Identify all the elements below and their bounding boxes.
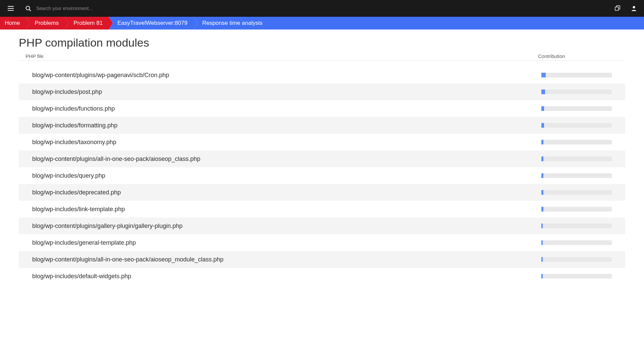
table-row[interactable]: blog/wp-includes/post.php bbox=[19, 83, 625, 100]
page-title: PHP compilation modules bbox=[19, 36, 625, 49]
top-toolbar bbox=[0, 0, 644, 17]
table-row[interactable]: blog/wp-content/plugins/all-in-one-seo-p… bbox=[19, 150, 625, 167]
contribution-bar-fill bbox=[541, 190, 543, 195]
table-row[interactable]: blog/wp-includes/taxonomy.php bbox=[19, 134, 625, 150]
contribution-cell bbox=[541, 190, 612, 195]
contribution-bar bbox=[541, 190, 612, 195]
table-row[interactable]: blog/wp-includes/link-template.php bbox=[19, 201, 625, 218]
svg-rect-1 bbox=[8, 8, 14, 9]
breadcrumb: HomeProblemsProblem 81EasyTravelWebserve… bbox=[0, 17, 644, 29]
file-path-cell: blog/wp-includes/query.php bbox=[32, 172, 541, 179]
svg-rect-0 bbox=[8, 6, 14, 7]
breadcrumb-item[interactable]: Problems bbox=[26, 17, 65, 29]
contribution-bar-fill bbox=[541, 224, 543, 228]
breadcrumb-label: Home bbox=[5, 20, 20, 26]
contribution-cell bbox=[541, 123, 612, 128]
contribution-cell bbox=[541, 173, 612, 178]
contribution-cell bbox=[541, 157, 612, 161]
table-row[interactable]: blog/wp-includes/query.php bbox=[19, 167, 625, 184]
breadcrumb-label: Problem 81 bbox=[73, 20, 103, 26]
table-row[interactable]: blog/wp-content/plugins/gallery-plugin/g… bbox=[19, 218, 625, 234]
contribution-cell bbox=[541, 140, 612, 144]
contribution-bar bbox=[541, 207, 612, 212]
file-path-cell: blog/wp-content/plugins/gallery-plugin/g… bbox=[32, 223, 541, 230]
file-path-cell: blog/wp-includes/formatting.php bbox=[32, 122, 541, 129]
contribution-bar bbox=[541, 257, 612, 262]
contribution-bar-fill bbox=[541, 257, 543, 262]
contribution-bar bbox=[541, 224, 612, 228]
column-header-file[interactable]: PHP file bbox=[25, 53, 538, 59]
breadcrumb-item[interactable]: EasyTravelWebserver:8079 bbox=[109, 17, 194, 29]
contribution-cell bbox=[541, 207, 612, 212]
breadcrumb-item[interactable]: Problem 81 bbox=[65, 17, 109, 29]
contribution-bar-fill bbox=[541, 73, 546, 77]
contribution-bar-fill bbox=[541, 140, 543, 144]
svg-rect-5 bbox=[615, 7, 619, 10]
file-path-cell: blog/wp-includes/link-template.php bbox=[32, 206, 541, 213]
breadcrumb-item[interactable]: Home bbox=[0, 17, 26, 29]
contribution-cell bbox=[541, 240, 612, 245]
contribution-bar-fill bbox=[541, 240, 543, 245]
contribution-bar-fill bbox=[541, 274, 543, 279]
contribution-bar bbox=[541, 106, 612, 111]
file-path-cell: blog/wp-includes/post.php bbox=[32, 88, 541, 96]
table-row[interactable]: blog/wp-content/plugins/wp-pagenavi/scb/… bbox=[19, 67, 625, 83]
file-path-cell: blog/wp-includes/functions.php bbox=[32, 105, 541, 112]
contribution-cell bbox=[541, 89, 612, 94]
expand-button[interactable] bbox=[613, 4, 623, 13]
svg-rect-2 bbox=[8, 10, 14, 11]
table-body: blog/wp-content/plugins/wp-pagenavi/scb/… bbox=[19, 67, 625, 285]
table-header: PHP file Contribution bbox=[19, 52, 625, 61]
contribution-bar-fill bbox=[541, 89, 545, 94]
table-row[interactable]: blog/wp-content/plugins/all-in-one-seo-p… bbox=[19, 251, 625, 268]
contribution-bar bbox=[541, 140, 612, 144]
contribution-bar-fill bbox=[541, 173, 543, 178]
contribution-bar-fill bbox=[541, 157, 543, 161]
contribution-bar-fill bbox=[541, 123, 544, 128]
contribution-cell bbox=[541, 73, 612, 77]
breadcrumb-item[interactable]: Response time analysis bbox=[194, 17, 269, 29]
table-row[interactable]: blog/wp-includes/general-template.php bbox=[19, 234, 625, 251]
contribution-bar bbox=[541, 157, 612, 161]
table-row[interactable]: blog/wp-includes/functions.php bbox=[19, 100, 625, 117]
file-path-cell: blog/wp-content/plugins/wp-pagenavi/scb/… bbox=[32, 72, 541, 79]
table-row[interactable]: blog/wp-includes/formatting.php bbox=[19, 117, 625, 134]
contribution-bar bbox=[541, 274, 612, 279]
expand-icon bbox=[615, 5, 621, 11]
file-path-cell: blog/wp-includes/deprecated.php bbox=[32, 189, 541, 196]
menu-button[interactable] bbox=[5, 3, 16, 14]
breadcrumb-label: EasyTravelWebserver:8079 bbox=[117, 20, 187, 26]
svg-point-6 bbox=[633, 6, 635, 8]
user-icon bbox=[631, 5, 637, 11]
file-path-cell: blog/wp-includes/general-template.php bbox=[32, 239, 541, 246]
file-path-cell: blog/wp-includes/default-widgets.php bbox=[32, 273, 541, 280]
contribution-cell bbox=[541, 106, 612, 111]
contribution-bar bbox=[541, 89, 612, 94]
column-header-contribution[interactable]: Contribution bbox=[538, 53, 619, 59]
contribution-bar-fill bbox=[541, 207, 543, 212]
contribution-bar bbox=[541, 73, 612, 77]
file-path-cell: blog/wp-includes/taxonomy.php bbox=[32, 139, 541, 146]
hamburger-icon bbox=[8, 6, 14, 11]
table-row[interactable]: blog/wp-includes/deprecated.php bbox=[19, 184, 625, 201]
file-path-cell: blog/wp-content/plugins/all-in-one-seo-p… bbox=[32, 156, 541, 163]
search-icon bbox=[23, 3, 34, 14]
contribution-bar bbox=[541, 240, 612, 245]
table-row[interactable]: blog/wp-includes/default-widgets.php bbox=[19, 268, 625, 285]
breadcrumb-label: Problems bbox=[35, 20, 59, 26]
svg-line-4 bbox=[29, 9, 31, 11]
breadcrumb-label: Response time analysis bbox=[202, 20, 263, 26]
user-button[interactable] bbox=[629, 4, 639, 13]
contribution-bar-fill bbox=[541, 106, 544, 111]
contribution-bar bbox=[541, 123, 612, 128]
contribution-bar bbox=[541, 173, 612, 178]
contribution-cell bbox=[541, 274, 612, 279]
contribution-cell bbox=[541, 224, 612, 228]
contribution-cell bbox=[541, 257, 612, 262]
search-input[interactable] bbox=[34, 4, 168, 13]
file-path-cell: blog/wp-content/plugins/all-in-one-seo-p… bbox=[32, 256, 541, 263]
